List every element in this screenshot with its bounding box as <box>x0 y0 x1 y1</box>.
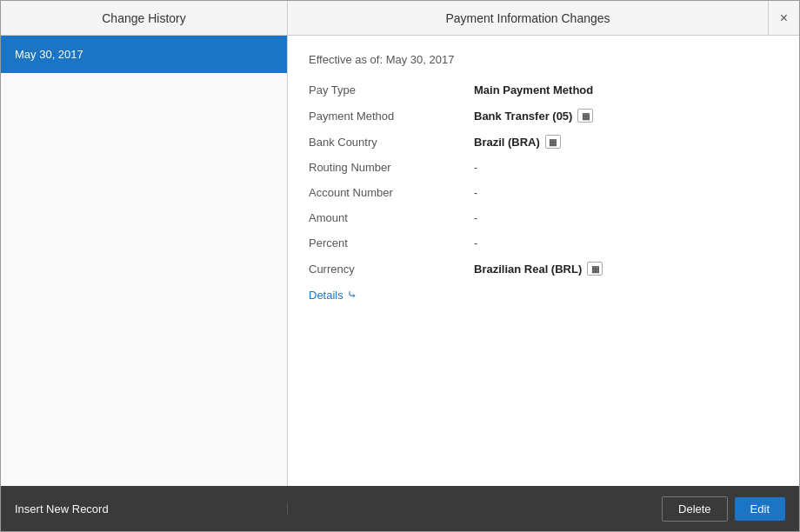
edit-button[interactable]: Edit <box>735 497 785 521</box>
field-row-account-number: Account Number - <box>309 186 778 199</box>
label-currency: Currency <box>309 263 474 276</box>
history-item[interactable]: May 30, 2017 <box>1 36 287 73</box>
field-row-amount: Amount - <box>309 211 778 224</box>
field-row-percent: Percent - <box>309 236 778 249</box>
insert-new-record-button[interactable]: Insert New Record <box>15 502 109 515</box>
field-row-pay-type: Pay Type Main Payment Method <box>309 83 778 96</box>
value-account-number: - <box>474 186 477 199</box>
close-button[interactable]: × <box>768 1 799 35</box>
label-bank-country: Bank Country <box>309 136 474 149</box>
value-bank-country: Brazil (BRA) ▦ <box>474 135 561 149</box>
footer-right: Delete Edit <box>288 496 799 522</box>
chevron-down-icon: ⤷ <box>347 288 357 302</box>
footer-left: Insert New Record <box>1 502 288 515</box>
header-payment-info-title: Payment Information Changes <box>288 1 768 35</box>
payment-info-detail: Effective as of: May 30, 2017 Pay Type M… <box>288 36 799 486</box>
label-percent: Percent <box>309 236 474 249</box>
value-currency: Brazilian Real (BRL) ▦ <box>474 262 603 276</box>
value-amount: - <box>474 211 477 224</box>
effective-date: Effective as of: May 30, 2017 <box>309 53 778 66</box>
modal-container: Change History Payment Information Chang… <box>0 0 800 532</box>
value-pay-type: Main Payment Method <box>474 83 593 96</box>
label-amount: Amount <box>309 211 474 224</box>
change-history-list: May 30, 2017 <box>1 36 288 486</box>
header-change-history-title: Change History <box>1 1 288 35</box>
delete-button[interactable]: Delete <box>662 496 728 522</box>
value-routing-number: - <box>474 161 477 174</box>
value-percent: - <box>474 236 477 249</box>
modal-header: Change History Payment Information Chang… <box>1 1 799 36</box>
field-row-routing-number: Routing Number - <box>309 161 778 174</box>
copy-payment-method-icon[interactable]: ▦ <box>577 109 593 123</box>
value-payment-method: Bank Transfer (05) ▦ <box>474 109 593 123</box>
modal-body: May 30, 2017 Effective as of: May 30, 20… <box>1 36 799 486</box>
label-account-number: Account Number <box>309 186 474 199</box>
label-pay-type: Pay Type <box>309 83 474 96</box>
modal-footer: Insert New Record Delete Edit <box>1 486 799 531</box>
label-routing-number: Routing Number <box>309 161 474 174</box>
label-payment-method: Payment Method <box>309 110 474 123</box>
copy-currency-icon[interactable]: ▦ <box>587 262 603 276</box>
details-link[interactable]: Details ⤷ <box>309 288 778 302</box>
field-row-bank-country: Bank Country Brazil (BRA) ▦ <box>309 135 778 149</box>
copy-bank-country-icon[interactable]: ▦ <box>545 135 561 149</box>
field-row-payment-method: Payment Method Bank Transfer (05) ▦ <box>309 109 778 123</box>
field-row-currency: Currency Brazilian Real (BRL) ▦ <box>309 262 778 276</box>
